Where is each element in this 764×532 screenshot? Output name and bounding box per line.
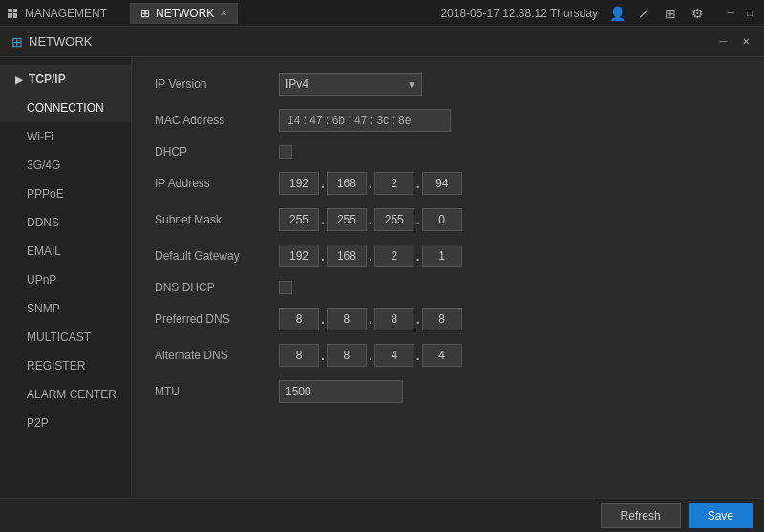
tab-close-icon[interactable]: ✕: [220, 8, 227, 18]
ip-address-label: IP Address: [155, 177, 279, 190]
dhcp-row: DHCP: [155, 145, 741, 159]
sidebar-item-alarm-center[interactable]: ALARM CENTER: [0, 380, 131, 409]
subnet-octet1[interactable]: [279, 208, 319, 231]
network-tab[interactable]: ⊞ NETWORK ✕: [130, 3, 238, 24]
dhcp-checkbox[interactable]: [279, 145, 292, 159]
preferred-dns-octet1[interactable]: [279, 308, 319, 330]
sidebar-item-snmp[interactable]: SNMP: [0, 294, 131, 323]
gateway-octet3[interactable]: [374, 245, 414, 267]
win-minimize-btn[interactable]: ─: [716, 35, 730, 49]
sidebar-item-wifi[interactable]: Wi-Fi: [0, 122, 131, 151]
dns-dhcp-label: DNS DHCP: [155, 281, 279, 294]
sidebar-item-3g4g[interactable]: 3G/4G: [0, 151, 131, 180]
ip-address-control: . . .: [279, 172, 462, 195]
window-title-text: NETWORK: [29, 34, 92, 49]
settings-icon[interactable]: ⚙: [690, 6, 705, 21]
alternate-dns-octet1[interactable]: [279, 344, 319, 367]
sidebar-item-p2p[interactable]: P2P: [0, 409, 131, 437]
alternate-dns-row: Alternate DNS . . .: [155, 344, 741, 367]
sidebar-snmp-label: SNMP: [27, 302, 60, 315]
gateway-octet1[interactable]: [279, 245, 319, 267]
preferred-dns-dot-1: .: [321, 311, 325, 327]
sidebar-item-pppoe[interactable]: PPPoE: [0, 180, 131, 208]
ip-version-select-wrapper: IPv4 IPv6 ▼: [279, 73, 422, 96]
sidebar-email-label: EMAIL: [27, 245, 61, 258]
ip-version-label: IP Version: [155, 77, 279, 91]
ip-dot-1: .: [321, 176, 325, 191]
tab-network-icon: ⊞: [140, 7, 150, 20]
app-grid-icon: [8, 9, 17, 18]
sidebar-multicast-label: MULTICAST: [27, 330, 91, 344]
sidebar-item-multicast[interactable]: MULTICAST: [0, 323, 131, 351]
ip-address-group: . . .: [279, 172, 462, 195]
subnet-dot-3: .: [416, 212, 420, 227]
sidebar-item-email[interactable]: EMAIL: [0, 237, 131, 266]
ip-address-row: IP Address . . .: [155, 172, 741, 195]
alternate-dns-dot-1: .: [321, 348, 325, 363]
dns-dhcp-checkbox[interactable]: [279, 281, 292, 294]
sidebar-register-label: REGISTER: [27, 359, 85, 372]
preferred-dns-control: . . .: [279, 308, 462, 330]
alternate-dns-octet3[interactable]: [374, 344, 414, 367]
main-layout: ▶ TCP/IP CONNECTION Wi-Fi 3G/4G PPPoE DD…: [0, 57, 764, 498]
minimize-button[interactable]: ─: [724, 7, 737, 20]
save-button[interactable]: Save: [689, 503, 753, 528]
sidebar-item-tcpip[interactable]: ▶ TCP/IP: [0, 65, 131, 94]
mtu-label: MTU: [155, 385, 279, 398]
default-gateway-row: Default Gateway . . .: [155, 245, 741, 267]
gateway-octet2[interactable]: [327, 245, 367, 267]
subnet-mask-control: . . .: [279, 208, 462, 231]
alternate-dns-octet4[interactable]: [422, 344, 462, 367]
sidebar-3g4g-label: 3G/4G: [27, 159, 60, 172]
mtu-input[interactable]: [279, 380, 403, 403]
win-close-btn[interactable]: ✕: [739, 35, 753, 49]
window-header: ⊞ NETWORK ─ ✕: [0, 27, 764, 57]
dns-dhcp-control: [279, 281, 292, 294]
ip-address-octet3[interactable]: [374, 172, 414, 195]
tcpip-arrow-icon: ▶: [15, 74, 23, 85]
top-bar-left: MANAGEMENT ⊞ NETWORK ✕: [8, 3, 238, 24]
top-bar: MANAGEMENT ⊞ NETWORK ✕ 2018-05-17 12:38:…: [0, 0, 764, 27]
sidebar-section: ▶ TCP/IP CONNECTION Wi-Fi 3G/4G PPPoE DD…: [0, 57, 131, 445]
dhcp-label: DHCP: [155, 145, 279, 159]
alternate-dns-dot-2: .: [369, 348, 372, 363]
ip-address-octet2[interactable]: [327, 172, 367, 195]
preferred-dns-octet4[interactable]: [422, 308, 462, 330]
sidebar-item-ddns[interactable]: DDNS: [0, 208, 131, 237]
ip-version-row: IP Version IPv4 IPv6 ▼: [155, 73, 741, 96]
alternate-dns-octet2[interactable]: [327, 344, 367, 367]
sidebar-item-upnp[interactable]: UPnP: [0, 266, 131, 294]
subnet-octet4[interactable]: [422, 208, 462, 231]
gateway-dot-2: .: [369, 248, 372, 264]
refresh-button[interactable]: Refresh: [601, 503, 681, 528]
subnet-octet3[interactable]: [374, 208, 414, 231]
ip-version-control: IPv4 IPv6 ▼: [279, 73, 422, 96]
export-icon[interactable]: ↗: [636, 6, 651, 21]
gateway-octet4[interactable]: [422, 245, 462, 267]
sidebar-item-connection[interactable]: CONNECTION: [0, 94, 131, 122]
user-icon[interactable]: 👤: [609, 6, 625, 21]
sidebar-connection-label: CONNECTION: [27, 101, 104, 115]
preferred-dns-row: Preferred DNS . . .: [155, 308, 741, 330]
subnet-dot-1: .: [321, 212, 325, 227]
grid-view-icon[interactable]: ⊞: [663, 6, 678, 21]
ip-address-octet1[interactable]: [279, 172, 319, 195]
preferred-dns-octet3[interactable]: [374, 308, 414, 330]
subnet-mask-label: Subnet Mask: [155, 213, 279, 226]
window-controls: ─ □: [724, 7, 756, 20]
ip-version-select[interactable]: IPv4 IPv6: [279, 73, 422, 96]
default-gateway-group: . . .: [279, 245, 462, 267]
content-area: IP Version IPv4 IPv6 ▼ MAC Address 14 : …: [132, 57, 764, 498]
sidebar-item-register[interactable]: REGISTER: [0, 351, 131, 380]
subnet-octet2[interactable]: [327, 208, 367, 231]
top-bar-right: 2018-05-17 12:38:12 Thursday 👤 ↗ ⊞ ⚙ ─ □: [440, 6, 756, 21]
alternate-dns-group: . . .: [279, 344, 462, 367]
preferred-dns-octet2[interactable]: [327, 308, 367, 330]
subnet-mask-row: Subnet Mask . . .: [155, 208, 741, 231]
maximize-button[interactable]: □: [743, 7, 756, 20]
preferred-dns-label: Preferred DNS: [155, 312, 279, 326]
mtu-row: MTU: [155, 380, 741, 403]
sidebar-alarm-center-label: ALARM CENTER: [27, 388, 117, 401]
preferred-dns-group: . . .: [279, 308, 462, 330]
ip-address-octet4[interactable]: [422, 172, 462, 195]
